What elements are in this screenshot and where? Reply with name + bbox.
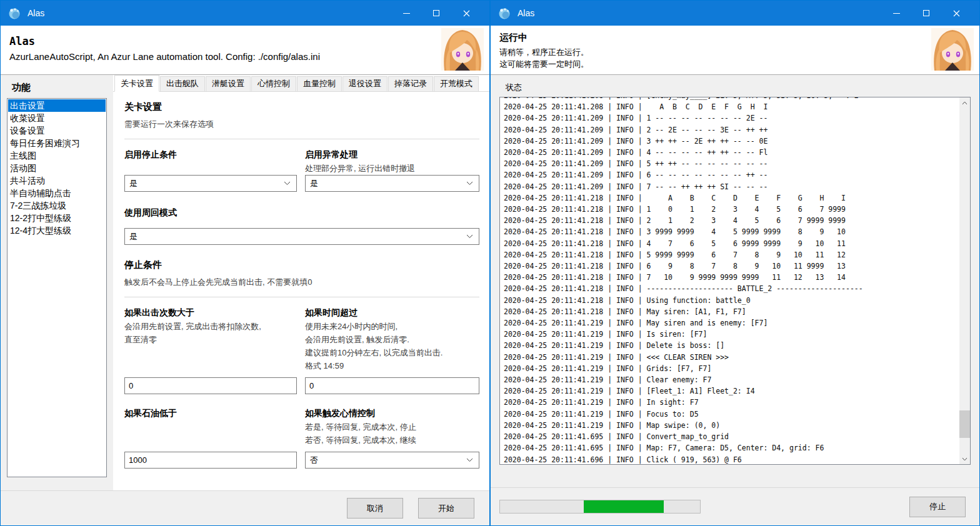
sidebar-item[interactable]: 12-4打大型练级 (8, 224, 106, 237)
if-mood-label: 如果触发心情控制 (305, 405, 479, 419)
sidebar-item[interactable]: 7-2三战拣垃圾 (8, 199, 106, 212)
start-button[interactable]: 开始 (418, 498, 474, 519)
stop-section-heading: 停止条件 (124, 259, 479, 271)
minimize-icon[interactable] (881, 1, 911, 26)
tab[interactable]: 出击舰队 (160, 76, 205, 91)
sidebar-item[interactable]: 共斗活动 (8, 174, 106, 187)
progress-bar (499, 500, 701, 514)
tab[interactable]: 关卡设置 (114, 75, 159, 92)
log-line: 2020-04-25 20:11:41.219 | INFO | [Fleet_… (504, 385, 959, 397)
close-icon[interactable] (451, 1, 481, 26)
log-line: 2020-04-25 20:11:41.219 | INFO | Delete … (504, 340, 959, 351)
stop-button[interactable]: 停止 (909, 497, 966, 517)
window-title: Alas (518, 8, 881, 18)
log-line: 2020-04-25 20:11:41.219 | INFO | Clear e… (504, 374, 959, 385)
log-line: 2020-04-25 20:11:41.209 | INFO | 2 -- 2E… (504, 124, 959, 136)
tab[interactable]: 血量控制 (297, 76, 342, 91)
sidebar: 功能 出击设置收菜设置设备设置每日任务困难演习主线图活动图共斗活动半自动辅助点击… (1, 75, 113, 490)
scrollbar-thumb[interactable] (959, 410, 970, 438)
if-count-input[interactable] (124, 377, 297, 394)
log-line: 2020-04-25 20:11:41.209 | INFO | 3 ++ ++… (504, 136, 959, 147)
log-line: 2020-04-25 20:11:41.219 | INFO | Focus t… (504, 409, 959, 420)
chevron-down-icon (466, 458, 473, 462)
if-time-help: 使用未来24小时内的时间, (305, 320, 479, 333)
log-line: 2020-04-25 20:11:41.218 | INFO | 5 9999 … (504, 249, 959, 261)
log-line: 2020-04-25 20:11:41.218 | INFO | 6 9 8 7… (504, 261, 959, 272)
loop-mode-label: 使用周回模式 (124, 204, 479, 219)
close-icon[interactable] (941, 1, 971, 26)
log-view[interactable]: 2020-04-25 20:11:41.208 | INFO | [enemy_… (500, 97, 959, 464)
if-oil-input[interactable] (124, 452, 297, 469)
sidebar-item[interactable]: 设备设置 (8, 124, 106, 137)
if-mood-select[interactable]: 否 (305, 452, 479, 469)
titlebar[interactable]: Alas (491, 1, 979, 26)
avatar (931, 28, 974, 71)
divider (124, 139, 479, 139)
app-header: Alas AzurLaneAutoScript, An Azur Lane au… (1, 26, 489, 75)
tab[interactable]: 退役设置 (342, 76, 388, 91)
if-time-help: 格式 14:59 (305, 359, 479, 372)
settings-window: Alas Alas AzurLaneAutoScript, An Azur La… (0, 0, 490, 526)
window-title: Alas (28, 8, 391, 18)
log-line: 2020-04-25 20:11:41.219 | INFO | May sir… (504, 317, 959, 329)
function-list[interactable]: 出击设置收菜设置设备设置每日任务困难演习主线图活动图共斗活动半自动辅助点击7-2… (7, 98, 107, 477)
app-logo-icon (8, 6, 21, 20)
log-line: 2020-04-25 20:11:41.208 | INFO | A B C D… (504, 101, 959, 112)
sidebar-item[interactable]: 每日任务困难演习 (8, 137, 106, 149)
log-line: 2020-04-25 20:11:41.218 | INFO | 7 10 9 … (504, 272, 959, 283)
tab[interactable]: 潜艇设置 (206, 76, 251, 91)
chevron-down-icon (284, 181, 291, 186)
footer: 取消 开始 (1, 490, 489, 525)
if-time-help: 建议提前10分钟左右, 以完成当前出击. (305, 346, 479, 359)
maximize-icon[interactable] (911, 1, 941, 26)
if-count-help: 直至清零 (124, 333, 297, 346)
scroll-down-icon[interactable] (959, 454, 970, 464)
sidebar-item[interactable]: 半自动辅助点击 (8, 187, 106, 199)
log-scrollbar[interactable] (959, 97, 970, 464)
running-subtitle: 这可能将需要一定时间。 (499, 58, 931, 70)
if-count-label: 如果出击次数大于 (124, 304, 297, 319)
sidebar-item[interactable]: 活动图 (8, 162, 106, 174)
sidebar-item[interactable]: 12-2打中型练级 (8, 212, 106, 224)
log-line: 2020-04-25 20:11:41.209 | INFO | 1 -- --… (504, 112, 959, 124)
stop-section-subtitle: 触发后不会马上停止会先完成当前出击, 不需要就填0 (124, 275, 479, 289)
app-header: 运行中 请稍等，程序正在运行。 这可能将需要一定时间。 (491, 26, 979, 75)
sidebar-item[interactable]: 出击设置 (8, 99, 106, 112)
tab[interactable]: 掉落记录 (388, 76, 433, 91)
log-line: 2020-04-25 20:11:41.218 | INFO | 1 0 1 2… (504, 204, 959, 215)
loop-mode-select[interactable]: 是 (124, 228, 479, 245)
if-time-label: 如果时间超过 (305, 304, 479, 319)
page-subtitle: 需要运行一次来保存选项 (124, 117, 479, 131)
if-mood-help: 若否, 等待回复, 完成本次, 继续 (305, 434, 479, 447)
running-title: 运行中 (499, 32, 931, 44)
app-subtitle: AzurLaneAutoScript, An Azur Lane automat… (9, 51, 441, 62)
log-line: 2020-04-25 20:11:41.219 | INFO | Grids: … (504, 363, 959, 374)
scroll-up-icon[interactable] (959, 97, 970, 108)
if-oil-label: 如果石油低于 (124, 405, 297, 419)
log-line: 2020-04-25 20:11:41.219 | INFO | Map swi… (504, 420, 959, 431)
if-time-input[interactable] (305, 377, 479, 394)
log-line: 2020-04-25 20:11:41.695 | INFO | Convert… (504, 431, 959, 442)
enable-stop-select[interactable]: 是 (124, 175, 297, 192)
tab-page-stage-settings: 关卡设置 需要运行一次来保存选项 启用停止条件 启用异常处理 处理部分异常, 运… (113, 91, 489, 490)
progress-chunk (584, 500, 664, 513)
status-label: 状态 (499, 79, 971, 97)
log-box: 2020-04-25 20:11:41.208 | INFO | [enemy_… (499, 97, 971, 465)
sidebar-item[interactable]: 收菜设置 (8, 112, 106, 124)
titlebar[interactable]: Alas (1, 1, 489, 26)
sidebar-item[interactable]: 主线图 (8, 149, 106, 162)
maximize-icon[interactable] (421, 1, 451, 26)
log-line: 2020-04-25 20:11:41.218 | INFO | Using f… (504, 295, 959, 306)
minimize-icon[interactable] (391, 1, 421, 26)
tab[interactable]: 心情控制 (251, 76, 296, 91)
app-title: Alas (9, 35, 441, 47)
tab[interactable]: 开荒模式 (434, 76, 479, 91)
if-count-help: 会沿用先前设置, 完成出击将扣除次数, (124, 320, 297, 333)
enable-stop-label: 启用停止条件 (124, 146, 297, 175)
avatar (441, 28, 484, 71)
enable-exception-select[interactable]: 是 (305, 175, 479, 192)
log-line: 2020-04-25 20:11:41.219 | INFO | <<< CLE… (504, 352, 959, 363)
running-subtitle: 请稍等，程序正在运行。 (499, 46, 931, 58)
cancel-button[interactable]: 取消 (347, 498, 403, 519)
log-line: 2020-04-25 20:11:41.219 | INFO | Is sire… (504, 329, 959, 340)
